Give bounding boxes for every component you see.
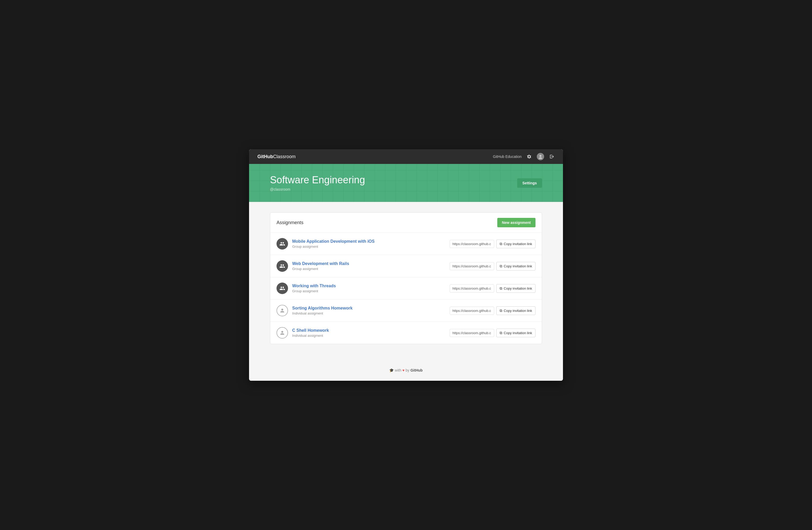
browser-window: GitHub Classroom GitHub Education: [249, 149, 563, 381]
assignment-info: Web Development with Rails Group assigme…: [292, 261, 446, 271]
copy-button-label: Copy invitation link: [504, 264, 532, 268]
settings-icon[interactable]: [526, 154, 532, 159]
new-assignment-button[interactable]: New assignment: [497, 218, 536, 227]
assignment-row: C Shell Homework Individual assigment ⧉ …: [270, 322, 542, 344]
classroom-handle: @classroom: [270, 187, 365, 192]
main-content: Assignments New assignment Mobile Applic…: [249, 202, 563, 360]
copy-button-label: Copy invitation link: [504, 242, 532, 246]
footer-icon: 🎓: [389, 368, 394, 372]
classroom-title: Software Engineering: [270, 175, 365, 186]
copy-icon: ⧉: [499, 286, 502, 291]
copy-button-label: Copy invitation link: [504, 309, 532, 313]
assignments-card: Assignments New assignment Mobile Applic…: [270, 212, 542, 344]
copy-invitation-link-button[interactable]: ⧉ Copy invitation link: [496, 329, 536, 337]
hero-banner: Software Engineering @classroom Settings: [249, 164, 563, 202]
copy-invitation-link-button[interactable]: ⧉ Copy invitation link: [496, 306, 536, 315]
navbar-brand: GitHub Classroom: [257, 154, 295, 159]
copy-icon: ⧉: [499, 331, 502, 335]
hero-text: Software Engineering @classroom: [270, 175, 365, 192]
copy-button-label: Copy invitation link: [504, 331, 532, 335]
assignment-row: Web Development with Rails Group assigme…: [270, 255, 542, 277]
footer-prefix: with: [395, 368, 401, 372]
assignment-name[interactable]: Web Development with Rails: [292, 261, 349, 266]
assignment-type: Group assigment: [292, 267, 446, 271]
assignment-actions: ⧉ Copy invitation link: [450, 306, 536, 315]
assignment-name[interactable]: Sorting Algorithms Homework: [292, 306, 353, 310]
assignments-header: Assignments New assignment: [270, 213, 542, 233]
assignment-type: Individual assigment: [292, 334, 446, 337]
copy-invitation-link-button[interactable]: ⧉ Copy invitation link: [496, 284, 536, 293]
assignment-type: Group assigment: [292, 245, 446, 249]
invitation-link-input[interactable]: [450, 284, 494, 293]
copy-icon: ⧉: [499, 264, 502, 268]
copy-icon: ⧉: [499, 308, 502, 313]
group-assignment-icon: [276, 260, 288, 272]
individual-assignment-icon: [276, 327, 288, 338]
invitation-link-input[interactable]: [450, 307, 494, 315]
assignment-info: Mobile Application Development with iOS …: [292, 239, 446, 249]
assignment-info: C Shell Homework Individual assigment: [292, 328, 446, 337]
copy-icon: ⧉: [499, 242, 502, 246]
copy-invitation-link-button[interactable]: ⧉ Copy invitation link: [496, 262, 536, 270]
individual-assignment-icon: [276, 305, 288, 316]
assignment-row: Sorting Algorithms Homework Individual a…: [270, 299, 542, 322]
navbar: GitHub Classroom GitHub Education: [249, 149, 563, 164]
avatar[interactable]: [537, 153, 544, 160]
assignment-name[interactable]: Mobile Application Development with iOS: [292, 239, 375, 243]
assignment-type: Individual assigment: [292, 311, 446, 315]
brand-bold: GitHub: [257, 154, 273, 159]
assignment-row: Working with Threads Group assigment ⧉ C…: [270, 277, 542, 299]
assignment-info: Working with Threads Group assigment: [292, 283, 446, 293]
invitation-link-input[interactable]: [450, 240, 494, 248]
brand-light: Classroom: [273, 154, 295, 159]
copy-button-label: Copy invitation link: [504, 287, 532, 290]
footer-heart: ♥: [402, 368, 404, 372]
assignment-type: Group assigment: [292, 289, 446, 293]
github-education-link[interactable]: GitHub Education: [493, 154, 522, 159]
assignment-actions: ⧉ Copy invitation link: [450, 262, 536, 270]
navbar-right: GitHub Education: [493, 153, 555, 160]
assignment-row: Mobile Application Development with iOS …: [270, 233, 542, 255]
settings-button[interactable]: Settings: [517, 178, 542, 188]
invitation-link-input[interactable]: [450, 262, 494, 270]
assignment-name[interactable]: C Shell Homework: [292, 328, 329, 333]
footer-brand: GitHub: [410, 368, 423, 372]
assignment-info: Sorting Algorithms Homework Individual a…: [292, 306, 446, 315]
page-footer: 🎓 with ♥ by GitHub: [249, 360, 563, 381]
assignment-actions: ⧉ Copy invitation link: [450, 284, 536, 293]
assignment-actions: ⧉ Copy invitation link: [450, 240, 536, 248]
assignment-name[interactable]: Working with Threads: [292, 283, 336, 288]
copy-invitation-link-button[interactable]: ⧉ Copy invitation link: [496, 240, 536, 248]
group-assignment-icon: [276, 282, 288, 294]
signout-icon[interactable]: [549, 154, 555, 159]
footer-suffix: by: [405, 368, 409, 372]
invitation-link-input[interactable]: [450, 329, 494, 337]
assignments-title: Assignments: [276, 220, 303, 225]
group-assignment-icon: [276, 238, 288, 250]
assignment-actions: ⧉ Copy invitation link: [450, 329, 536, 337]
assignments-list: Mobile Application Development with iOS …: [270, 233, 542, 344]
